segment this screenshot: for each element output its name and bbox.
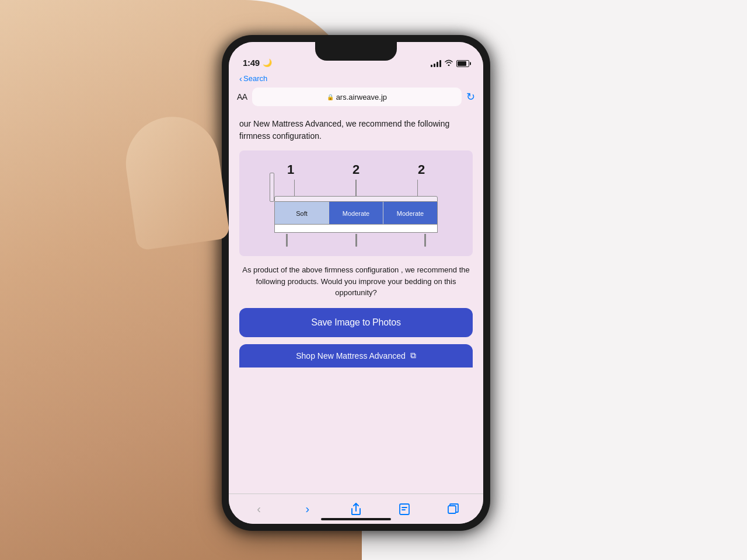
bed-legs xyxy=(274,234,438,247)
diagram-numbers: 1 2 2 xyxy=(246,162,466,177)
phone-screen: 1:49 🌙 xyxy=(229,42,483,524)
mattress-label-soft: Soft xyxy=(296,210,308,217)
mattress-section-soft: Soft xyxy=(275,202,329,224)
refresh-button[interactable]: ↻ xyxy=(466,90,475,103)
phone-shell: 1:49 🌙 xyxy=(222,35,490,531)
notch xyxy=(315,42,397,61)
scene: 1:49 🌙 xyxy=(0,0,747,560)
section-num-3: 2 xyxy=(389,162,454,177)
section-num-1: 1 xyxy=(258,162,323,177)
mattress-section-moderate-1: Moderate xyxy=(329,202,383,224)
back-button: ‹ xyxy=(247,498,271,521)
bed-leg-right xyxy=(424,234,426,247)
lock-icon: 🔒 xyxy=(327,94,334,100)
save-image-button[interactable]: Save Image to Photos xyxy=(239,308,473,337)
connector-lines xyxy=(246,180,466,196)
signal-bars xyxy=(431,60,441,67)
connector-line-2 xyxy=(355,180,357,196)
url-text: ars.airweave.jp xyxy=(336,93,387,102)
bed-frame-top xyxy=(274,196,438,202)
signal-bar-2 xyxy=(434,64,435,67)
forward-button[interactable]: › xyxy=(296,498,319,521)
back-label[interactable]: Search xyxy=(243,74,267,83)
bed-leg-left xyxy=(286,234,288,247)
content-area: our New Mattress Advanced, we recommend … xyxy=(229,108,483,494)
battery-fill xyxy=(458,61,466,66)
page-text-bottom: As product of the above firmness configu… xyxy=(239,264,473,299)
svg-rect-1 xyxy=(448,506,456,513)
url-bar: AA 🔒 ars.airweave.jp ↻ xyxy=(229,85,483,108)
share-icon xyxy=(350,503,362,516)
back-icon: ‹ xyxy=(257,502,261,516)
home-indicator xyxy=(321,518,391,520)
moon-icon: 🌙 xyxy=(263,58,272,67)
page-text-top: our New Mattress Advanced, we recommend … xyxy=(239,118,473,142)
connector-line-1 xyxy=(294,180,295,196)
connector-line-3 xyxy=(417,180,418,196)
bed-headboard xyxy=(270,173,274,202)
bookmarks-icon xyxy=(399,503,410,516)
tabs-icon xyxy=(447,503,459,515)
mattress-visual: Soft Moderate Moderate xyxy=(274,196,438,247)
tabs-button[interactable] xyxy=(441,498,465,521)
status-time: 1:49 xyxy=(243,58,260,68)
back-nav[interactable]: ‹ Search xyxy=(229,71,483,85)
aa-button[interactable]: AA xyxy=(237,92,247,102)
signal-bar-4 xyxy=(439,60,441,67)
forward-icon: › xyxy=(305,502,309,516)
mattress-section-moderate-2: Moderate xyxy=(383,202,437,224)
bookmarks-button[interactable] xyxy=(393,498,416,521)
signal-bar-3 xyxy=(437,62,438,67)
wifi-icon xyxy=(444,59,453,68)
diagram-container: 1 2 2 xyxy=(239,150,473,256)
bed-leg-center xyxy=(355,234,357,247)
shop-button-partial[interactable]: Shop New Mattress Advanced ⧉ xyxy=(239,344,473,368)
mattress-label-moderate-1: Moderate xyxy=(343,210,369,217)
url-field[interactable]: 🔒 ars.airweave.jp xyxy=(252,88,462,106)
mattress-label-moderate-2: Moderate xyxy=(397,210,424,217)
external-link-icon: ⧉ xyxy=(410,351,416,360)
svg-rect-0 xyxy=(400,504,409,514)
signal-bar-1 xyxy=(431,65,432,67)
bed-base xyxy=(274,225,438,233)
shop-button-label: Shop New Mattress Advanced xyxy=(296,351,406,360)
share-button[interactable] xyxy=(344,498,368,521)
section-num-2: 2 xyxy=(323,162,389,177)
status-icons xyxy=(431,59,469,68)
mattress-layers: Soft Moderate Moderate xyxy=(274,202,438,225)
battery-icon xyxy=(456,60,469,67)
